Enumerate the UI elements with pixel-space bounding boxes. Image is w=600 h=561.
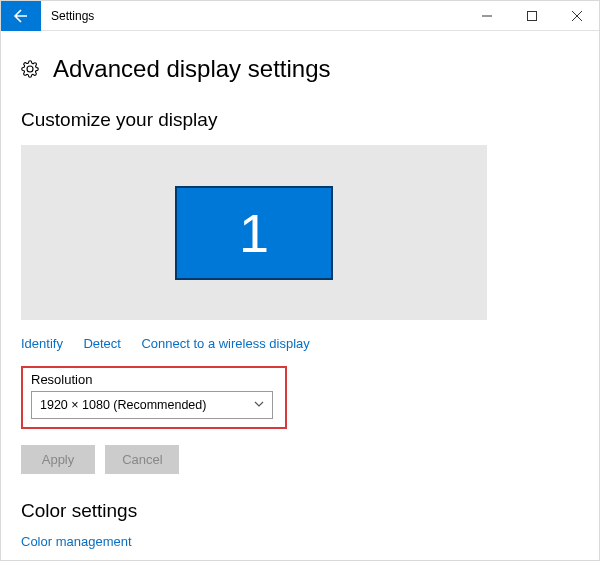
settings-window: Settings Advanced display settings Custo… — [0, 0, 600, 561]
titlebar: Settings — [1, 1, 599, 31]
page-title-row: Advanced display settings — [21, 55, 579, 83]
monitor-number: 1 — [239, 202, 269, 264]
chevron-down-icon — [254, 398, 264, 412]
cancel-button[interactable]: Cancel — [105, 445, 179, 474]
color-management-link[interactable]: Color management — [21, 534, 563, 549]
window-controls — [464, 1, 599, 31]
identify-link[interactable]: Identify — [21, 336, 63, 351]
customize-title: Customize your display — [21, 109, 579, 131]
minimize-button[interactable] — [464, 1, 509, 31]
resolution-highlight: Resolution 1920 × 1080 (Recommended) — [21, 366, 287, 429]
arrow-left-icon — [13, 8, 29, 24]
display-arrangement-area: 1 — [21, 145, 487, 320]
svg-rect-0 — [527, 11, 536, 20]
close-icon — [572, 11, 582, 21]
resolution-dropdown[interactable]: 1920 × 1080 (Recommended) — [31, 391, 273, 419]
close-button[interactable] — [554, 1, 599, 31]
monitor-1[interactable]: 1 — [175, 186, 333, 280]
content-area: Advanced display settings Customize your… — [1, 31, 599, 561]
color-settings-title: Color settings — [21, 500, 579, 522]
gear-icon — [21, 60, 39, 78]
apply-button[interactable]: Apply — [21, 445, 95, 474]
window-title: Settings — [51, 9, 464, 23]
page-title: Advanced display settings — [53, 55, 331, 83]
minimize-icon — [482, 11, 492, 21]
maximize-icon — [527, 11, 537, 21]
maximize-button[interactable] — [509, 1, 554, 31]
resolution-label: Resolution — [31, 372, 277, 387]
color-links: Color management Color calibration — [21, 534, 579, 561]
resolution-selected-value: 1920 × 1080 (Recommended) — [40, 398, 206, 412]
back-button[interactable] — [1, 1, 41, 31]
detect-link[interactable]: Detect — [83, 336, 121, 351]
display-action-links: Identify Detect Connect to a wireless di… — [21, 334, 579, 352]
connect-wireless-link[interactable]: Connect to a wireless display — [141, 336, 309, 351]
button-row: Apply Cancel — [21, 445, 579, 474]
